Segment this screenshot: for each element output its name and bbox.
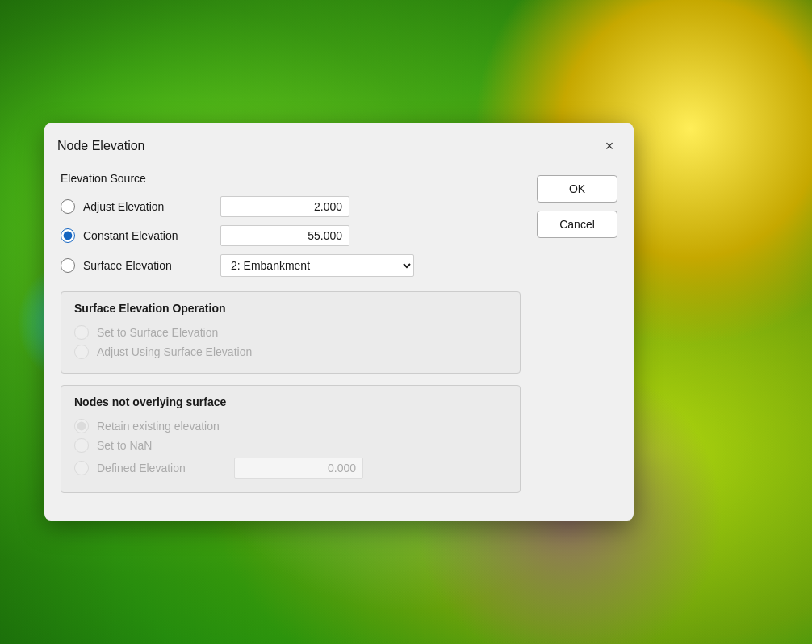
node-elevation-dialog: Node Elevation × Elevation Source Adjust… (44, 123, 634, 521)
set-to-nan-row: Set to NaN (74, 436, 507, 455)
defined-elevation-label: Defined Elevation (97, 462, 226, 475)
set-to-nan-radio[interactable] (74, 438, 89, 453)
ok-button[interactable]: OK (537, 175, 617, 203)
surface-elevation-radio[interactable] (61, 258, 75, 273)
adjust-elevation-row: Adjust Elevation (61, 193, 521, 220)
cancel-button[interactable]: Cancel (537, 211, 617, 238)
adjust-elevation-label: Adjust Elevation (83, 200, 212, 213)
nodes-not-overlying-section: Nodes not overlying surface Retain exist… (61, 385, 521, 493)
adjust-using-surface-radio[interactable] (74, 345, 89, 359)
dialog-main: Elevation Source Adjust Elevation Consta… (61, 172, 521, 504)
nodes-not-overlying-title: Nodes not overlying surface (74, 395, 507, 408)
surface-elevation-label: Surface Elevation (83, 259, 212, 272)
defined-elevation-row: Defined Elevation (74, 455, 507, 481)
dialog-actions: OK Cancel (537, 172, 617, 504)
surface-operation-title: Surface Elevation Operation (74, 302, 507, 315)
surface-elevation-row: Surface Elevation 1: Ground 2: Embankmen… (61, 251, 521, 280)
retain-existing-row: Retain existing elevation (74, 416, 507, 436)
surface-elevation-operation-section: Surface Elevation Operation Set to Surfa… (61, 291, 521, 374)
close-button[interactable]: × (598, 135, 621, 157)
dialog-titlebar: Node Elevation × (44, 123, 634, 165)
constant-elevation-label: Constant Elevation (83, 229, 212, 242)
elevation-sources: Adjust Elevation Constant Elevation Surf… (61, 193, 521, 280)
dialog-body: Elevation Source Adjust Elevation Consta… (44, 165, 634, 521)
set-to-surface-label: Set to Surface Elevation (97, 326, 226, 339)
defined-elevation-radio[interactable] (74, 461, 89, 475)
set-to-surface-row: Set to Surface Elevation (74, 323, 507, 342)
retain-existing-radio[interactable] (74, 419, 89, 433)
defined-elevation-input[interactable] (234, 458, 363, 479)
adjust-using-surface-label: Adjust Using Surface Elevation (97, 345, 252, 358)
adjust-elevation-radio[interactable] (61, 199, 75, 214)
surface-elevation-dropdown[interactable]: 1: Ground 2: Embankment 3: Water Surface (220, 254, 414, 277)
constant-elevation-input[interactable] (220, 225, 349, 246)
set-to-nan-label: Set to NaN (97, 439, 226, 452)
set-to-surface-radio[interactable] (74, 325, 89, 340)
elevation-source-label: Elevation Source (61, 172, 521, 185)
adjust-elevation-input[interactable] (220, 196, 349, 217)
constant-elevation-row: Constant Elevation (61, 222, 521, 249)
retain-existing-label: Retain existing elevation (97, 420, 226, 433)
dialog-title: Node Elevation (57, 139, 145, 153)
constant-elevation-radio[interactable] (61, 228, 75, 243)
adjust-using-surface-row: Adjust Using Surface Elevation (74, 342, 507, 362)
